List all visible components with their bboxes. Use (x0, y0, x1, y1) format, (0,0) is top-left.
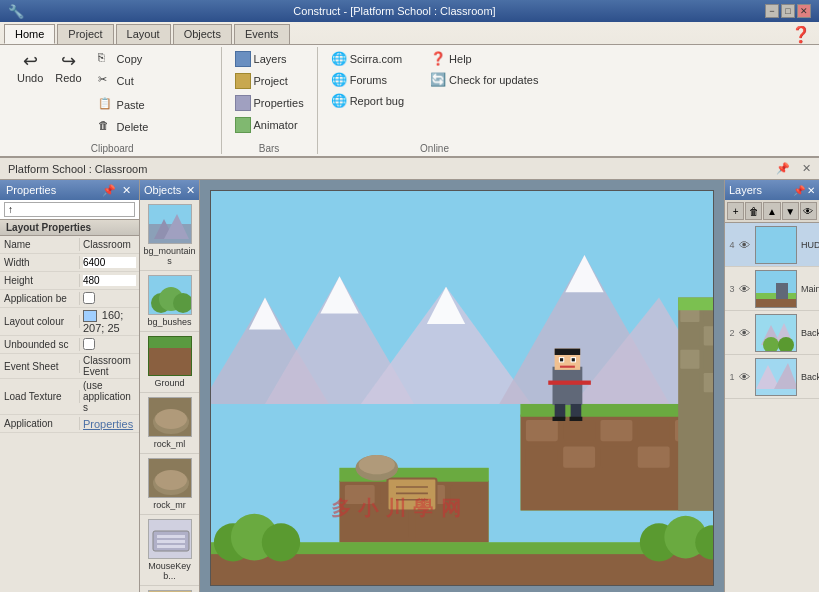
tab-home[interactable]: Home (4, 24, 55, 44)
ground-thumbnail (149, 337, 191, 375)
main-content: Properties 📌 ✕ Layout Properties Name Cl… (0, 180, 819, 592)
prop-appbe: Application be (0, 290, 139, 308)
copy-button[interactable]: ⎘ Copy (93, 49, 213, 69)
window-controls[interactable]: − □ ✕ (765, 4, 811, 18)
objects-panel-title: Objects (144, 184, 181, 196)
minimize-btn[interactable]: − (765, 4, 779, 18)
forums-button[interactable]: 🌐 Forums (326, 70, 409, 89)
panel-pin-btn[interactable]: 📌 (776, 162, 790, 175)
layer-item[interactable]: 4 👁 HUD (725, 223, 819, 267)
layers-pin-btn[interactable]: 📌 (793, 185, 805, 196)
color-swatch[interactable] (83, 310, 97, 322)
list-item[interactable]: bg_mountains (140, 200, 199, 271)
tab-events[interactable]: Events (234, 24, 290, 44)
svg-rect-30 (638, 420, 670, 441)
close-btn[interactable]: ✕ (797, 4, 811, 18)
svg-rect-11 (157, 540, 185, 543)
rock-mr-thumbnail (149, 458, 191, 498)
ribbon-content: ↩ Undo ↪ Redo ⎘ Copy ✂ Cut (0, 44, 819, 156)
paste-button[interactable]: 📋 Paste (93, 95, 213, 115)
properties-pin-btn[interactable]: 📌 (100, 184, 118, 197)
delete-button[interactable]: 🗑 Delete (93, 117, 213, 137)
layer-name: Main (799, 284, 819, 294)
maximize-btn[interactable]: □ (781, 4, 795, 18)
prop-width: Width (0, 254, 139, 272)
svg-rect-71 (570, 417, 583, 421)
layer-visibility-icon[interactable]: 👁 (739, 371, 753, 383)
undo-button[interactable]: ↩ Undo (12, 49, 48, 139)
layer-item[interactable]: 1 👁 Backgrou... (725, 355, 819, 399)
paste-icon: 📋 (98, 97, 114, 113)
scirra-button[interactable]: 🌐 Scirra.com (326, 49, 409, 68)
tab-objects[interactable]: Objects (173, 24, 232, 44)
layer-item[interactable]: 2 👁 Backgrou... (725, 311, 819, 355)
redo-icon: ↪ (61, 52, 76, 70)
properties-search (0, 200, 139, 220)
svg-rect-87 (756, 299, 797, 308)
layers-eye-btn[interactable]: 👁 (800, 202, 817, 220)
list-item[interactable]: rock_mr (140, 454, 199, 515)
panel-close-btn[interactable]: ✕ (802, 162, 811, 175)
canvas-viewport[interactable] (200, 180, 724, 592)
object-thumbnail (148, 204, 192, 244)
layers-move-up-btn[interactable]: ▲ (763, 202, 780, 220)
application-link[interactable]: Properties (83, 418, 133, 430)
appbe-checkbox[interactable] (83, 292, 95, 304)
properties-search-input[interactable] (4, 202, 135, 217)
object-thumbnail (148, 275, 192, 315)
properties-button[interactable]: Properties (230, 93, 309, 113)
objects-panel-header: Objects ✕ (140, 180, 199, 200)
layers-close-btn[interactable]: ✕ (807, 185, 815, 196)
list-item[interactable]: MouseKeyb... (140, 515, 199, 586)
check-updates-button[interactable]: 🔄 Check for updates (425, 70, 543, 89)
clipboard-buttons: ↩ Undo ↪ Redo ⎘ Copy ✂ Cut (12, 47, 213, 141)
svg-rect-34 (600, 447, 632, 468)
objects-close-btn[interactable]: ✕ (186, 184, 195, 197)
unbounded-checkbox[interactable] (83, 338, 95, 350)
layer-visibility-icon[interactable]: 👁 (739, 283, 753, 295)
svg-rect-67 (555, 404, 566, 419)
ribbon-help-icon[interactable]: ❓ (791, 25, 811, 44)
layers-move-down-btn[interactable]: ▼ (782, 202, 799, 220)
prop-load-texture: Load Texture (use application s (0, 379, 139, 415)
game-canvas[interactable] (210, 190, 714, 586)
list-item[interactable]: woodSign (140, 586, 199, 592)
svg-rect-29 (600, 420, 632, 441)
svg-rect-83 (678, 297, 713, 310)
svg-rect-77 (680, 326, 699, 345)
update-icon: 🔄 (430, 72, 446, 87)
bars-buttons: Layers Project Properties Animator (230, 47, 309, 137)
layers-button[interactable]: Layers (230, 49, 309, 69)
svg-point-6 (155, 409, 187, 429)
cut-icon: ✂ (98, 73, 114, 89)
layers-add-btn[interactable]: + (727, 202, 744, 220)
layer-visibility-icon[interactable]: 👁 (739, 327, 753, 339)
layer-visibility-icon[interactable]: 👁 (739, 239, 753, 251)
list-item[interactable]: bg_bushes (140, 271, 199, 332)
object-label: bg_bushes (147, 317, 191, 327)
hud-thumb (756, 227, 797, 264)
redo-button[interactable]: ↪ Redo (50, 49, 86, 139)
tab-project[interactable]: Project (57, 24, 113, 44)
properties-panel-header: Properties 📌 ✕ (0, 180, 139, 200)
svg-rect-65 (572, 358, 575, 361)
layers-delete-btn[interactable]: 🗑 (745, 202, 762, 220)
svg-rect-61 (555, 349, 581, 355)
objects-panel: Objects ✕ bg_mountains (140, 180, 200, 592)
width-input[interactable] (83, 257, 136, 268)
height-input[interactable] (83, 275, 136, 286)
properties-close-btn[interactable]: ✕ (120, 184, 133, 197)
cut-button[interactable]: ✂ Cut (93, 71, 213, 91)
layer-number: 3 (725, 284, 739, 294)
layer-item[interactable]: 3 👁 Main (725, 267, 819, 311)
breadcrumb-bar: Platform School : Classroom 📌 ✕ (0, 158, 819, 180)
svg-rect-64 (560, 358, 563, 361)
list-item[interactable]: Ground (140, 332, 199, 393)
tab-layout[interactable]: Layout (116, 24, 171, 44)
project-button[interactable]: Project (230, 71, 309, 91)
report-bug-button[interactable]: 🌐 Report bug (326, 91, 409, 110)
list-item[interactable]: rock_ml (140, 393, 199, 454)
bug-icon: 🌐 (331, 93, 347, 108)
animator-button[interactable]: Animator (230, 115, 309, 135)
help-button[interactable]: ❓ Help (425, 49, 543, 68)
